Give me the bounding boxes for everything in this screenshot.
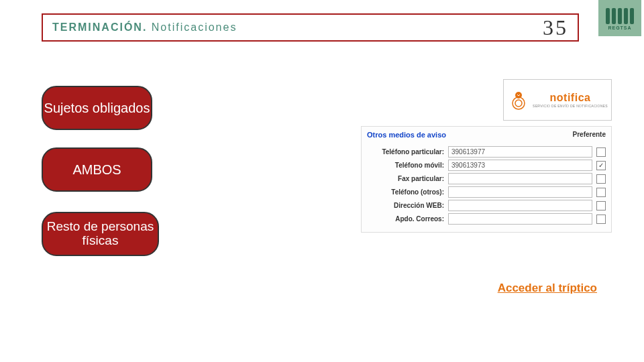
- svg-point-2: [515, 100, 522, 107]
- form-row: Teléfono (otros):: [367, 186, 606, 198]
- form-label: Apdo. Correos:: [367, 215, 444, 223]
- svg-point-1: [513, 97, 525, 109]
- preferente-checkbox[interactable]: [596, 188, 606, 197]
- header-box: TERMINACIÓN. Notificaciones 35: [42, 13, 579, 42]
- form-row: Teléfono móvil:390613973✓: [367, 160, 606, 171]
- form-row: Teléfono particular:390613977: [367, 146, 606, 158]
- form-row: Dirección WEB:: [367, 200, 606, 211]
- row-resto-personas: Resto de personas físicas Notificación p…: [42, 211, 323, 257]
- header-title-light: Notificaciones: [152, 21, 237, 33]
- link-acceder-triptico[interactable]: Acceder al tríptico: [498, 282, 597, 295]
- logo-bars-icon: [606, 8, 634, 24]
- notifica-text: notifica SERVICIO DE ENVÍO DE NOTIFICACI…: [533, 92, 608, 108]
- arrow-text-papel-l2: Puesta a disposición-e: [174, 234, 302, 249]
- arrow-text-papel: Notificación papel Puesta a disposición-…: [174, 219, 302, 249]
- form-label: Dirección WEB:: [367, 202, 444, 209]
- arrow-text-papel-l1: Notificación papel: [174, 219, 302, 234]
- row-ambos: AMBOS aviso: [42, 147, 336, 192]
- form-preferente-header: Preferente: [573, 131, 606, 138]
- form-input[interactable]: 390613977: [448, 146, 592, 158]
- pill-sujetos-obligados: Sujetos obligados: [42, 86, 152, 130]
- form-row: Apdo. Correos:: [367, 213, 606, 225]
- preferente-checkbox[interactable]: [596, 201, 606, 210]
- form-input[interactable]: [448, 186, 592, 198]
- form-label: Teléfono particular:: [367, 148, 444, 156]
- form-input[interactable]: [448, 173, 592, 184]
- header-title-strong: TERMINACIÓN.: [52, 21, 147, 33]
- preferente-checkbox[interactable]: [596, 215, 606, 224]
- preferente-checkbox[interactable]: [596, 174, 606, 184]
- arrow-band-1: [240, 88, 398, 128]
- preferente-checkbox[interactable]: ✓: [596, 161, 606, 170]
- row-sujetos-obligados: Sujetos obligados Notificación electróni…: [42, 86, 398, 130]
- arrow-band-2: aviso: [148, 149, 336, 190]
- org-logo: REGTSA: [598, 0, 641, 36]
- preferente-checkbox[interactable]: [596, 147, 606, 157]
- arrow-text-aviso: aviso: [167, 153, 229, 187]
- form-row: Fax particular:: [367, 173, 606, 184]
- form-label: Teléfono (otros):: [367, 188, 444, 196]
- header-title: TERMINACIÓN. Notificaciones: [52, 21, 237, 34]
- pill-resto-personas: Resto de personas físicas: [42, 212, 159, 256]
- form-input[interactable]: 390613973: [448, 160, 592, 171]
- notifica-tagline: SERVICIO DE ENVÍO DE NOTIFICACIONES: [533, 104, 608, 108]
- org-logo-text: REGTSA: [608, 25, 631, 30]
- form-label: Teléfono móvil:: [367, 162, 444, 169]
- form-label: Fax particular:: [367, 175, 444, 182]
- slide-number: 35: [543, 15, 568, 40]
- form-input[interactable]: [448, 200, 592, 211]
- notifica-logo: notifica SERVICIO DE ENVÍO DE NOTIFICACI…: [503, 79, 612, 121]
- arrow-band-3: Notificación papel Puesta a disposición-…: [155, 211, 323, 257]
- pill-notificacion-electronica: Notificación electrónica: [148, 88, 252, 127]
- pill-ambos: AMBOS: [42, 147, 152, 192]
- form-otros-medios: Otros medios de aviso Preferente Teléfon…: [361, 126, 612, 233]
- notifica-name: notifica: [550, 92, 591, 104]
- envelope-icon: [507, 88, 530, 111]
- form-input[interactable]: [448, 213, 592, 225]
